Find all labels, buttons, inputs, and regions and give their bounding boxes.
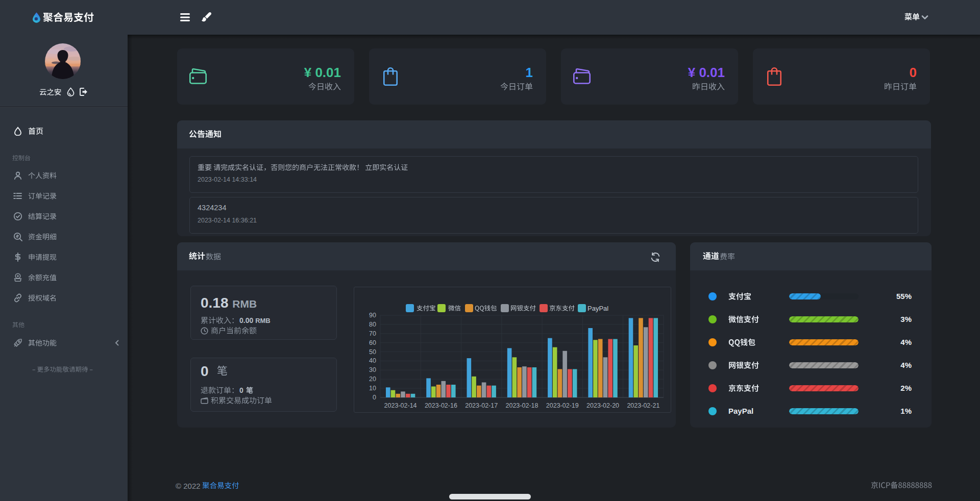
svg-text:10: 10 <box>369 385 376 392</box>
svg-text:40: 40 <box>369 357 376 364</box>
svg-text:2023-02-16: 2023-02-16 <box>425 402 457 409</box>
svg-text:2023-02-21: 2023-02-21 <box>627 402 659 409</box>
svg-text:60: 60 <box>369 339 376 346</box>
svg-text:2023-02-20: 2023-02-20 <box>586 402 619 409</box>
svg-text:0: 0 <box>373 394 376 401</box>
svg-text:2023-02-18: 2023-02-18 <box>506 402 538 409</box>
svg-text:2023-02-19: 2023-02-19 <box>546 402 579 409</box>
svg-text:80: 80 <box>369 321 376 328</box>
svg-text:30: 30 <box>369 366 376 373</box>
svg-text:20: 20 <box>369 375 376 383</box>
svg-text:2023-02-14: 2023-02-14 <box>384 402 417 409</box>
svg-text:70: 70 <box>369 330 376 337</box>
svg-text:50: 50 <box>369 348 376 356</box>
svg-text:90: 90 <box>369 312 376 319</box>
svg-text:2023-02-17: 2023-02-17 <box>465 402 498 409</box>
